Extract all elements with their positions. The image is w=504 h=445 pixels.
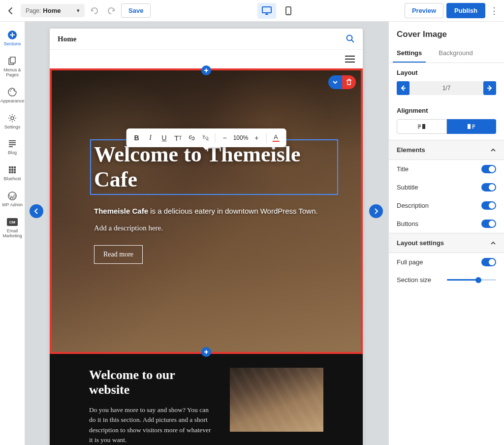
full-page-switch[interactable] (481, 258, 496, 266)
search-icon (346, 34, 355, 43)
chevron-left-icon (34, 208, 39, 214)
add-section-above-button[interactable] (201, 65, 211, 75)
svg-rect-5 (10, 57, 15, 63)
hero-cta-button[interactable]: Read more (94, 245, 143, 264)
section-size-slider[interactable] (447, 279, 496, 281)
alignment-label: Alignment (397, 107, 496, 114)
welcome-section[interactable]: Welcome to our website Do you have more … (50, 354, 363, 445)
font-size-value: 100% (232, 134, 250, 141)
trash-icon (346, 79, 352, 86)
full-page-label: Full page (397, 258, 423, 266)
welcome-image[interactable] (230, 368, 323, 432)
desktop-view-button[interactable] (257, 3, 276, 19)
site-search-button[interactable] (346, 34, 355, 43)
panel-tabs: Settings Background (389, 45, 504, 63)
link-icon (188, 134, 196, 142)
svg-point-2 (288, 13, 289, 14)
link-button[interactable] (186, 131, 198, 144)
welcome-text: Welcome to our website Do you have more … (89, 368, 215, 445)
underline-button[interactable]: U (158, 131, 171, 144)
section-nav-next[interactable] (369, 204, 383, 218)
site-preview-frame: Home (50, 29, 363, 445)
sidebar-item-bluehost[interactable]: Bluehost (0, 160, 25, 187)
font-increase-button[interactable]: + (250, 131, 263, 144)
top-toolbar: Page: Home ▾ Save Preview Publish ⋮ (0, 0, 504, 22)
unlink-icon (202, 134, 210, 142)
canvas: Home (25, 22, 388, 445)
toggle-buttons-switch[interactable] (481, 220, 496, 228)
sidebar-item-appearance[interactable]: Appearance (0, 83, 25, 109)
sidebar-item-wp-admin[interactable]: WP Admin (0, 187, 25, 213)
toggle-description-switch[interactable] (481, 201, 496, 210)
hero-title: Welcome to Themeisle Cafe (94, 142, 334, 192)
sidebar-item-settings[interactable]: Settings (0, 109, 25, 135)
text-case-button[interactable]: TT (172, 131, 185, 144)
left-sidebar: Sections Menus & Pages Appearance Settin… (0, 22, 25, 445)
section-expand-button[interactable] (328, 75, 342, 89)
elements-header[interactable]: Elements (389, 140, 504, 160)
tab-settings[interactable]: Settings (393, 45, 426, 63)
preview-button[interactable]: Preview (405, 3, 443, 18)
add-section-below-button[interactable] (201, 347, 211, 357)
mobile-view-button[interactable] (279, 3, 298, 19)
align-right-content-left[interactable] (397, 119, 447, 134)
blog-icon (7, 138, 18, 149)
full-page-row: Full page (389, 253, 504, 271)
section-delete-button[interactable] (342, 75, 356, 89)
sidebar-item-sections[interactable]: Sections (0, 26, 25, 52)
sidebar-item-email-marketing[interactable]: CM Email Marketing (0, 213, 25, 244)
page-selector-prefix: Page: (26, 7, 41, 14)
toggle-title-label: Title (397, 165, 409, 173)
svg-rect-12 (14, 166, 16, 168)
toggle-buttons-label: Buttons (397, 220, 418, 227)
page-selector[interactable]: Page: Home ▾ (21, 4, 85, 17)
svg-rect-17 (11, 171, 13, 173)
chevron-up-icon (490, 240, 496, 246)
toggle-title-switch[interactable] (481, 165, 496, 173)
hero-subtitle[interactable]: Themeisle Cafe is a delicious eatery in … (94, 206, 318, 217)
layout-settings-header[interactable]: Layout settings (389, 233, 504, 253)
arrow-left-icon (400, 85, 406, 91)
italic-button[interactable]: I (144, 131, 157, 144)
cover-image-section[interactable]: B I U TT − 100% + A (50, 68, 363, 354)
save-button[interactable]: Save (121, 3, 151, 18)
toggle-title-row: Title (389, 160, 504, 178)
svg-point-7 (11, 89, 12, 90)
redo-button[interactable] (104, 4, 118, 18)
hero-description[interactable]: Add a description here. (94, 224, 318, 232)
alignment-buttons (397, 119, 496, 134)
hero-title-editable[interactable]: Welcome to Themeisle Cafe (90, 139, 338, 195)
undo-button[interactable] (88, 4, 101, 18)
bold-button[interactable]: B (130, 131, 143, 144)
layout-counter: 1/7 (410, 81, 483, 95)
layout-prev-button[interactable] (397, 81, 410, 95)
toggle-subtitle-row: Subtitle (389, 178, 504, 196)
svg-rect-16 (9, 171, 11, 173)
right-panel: Cover Image Settings Background Layout 1… (388, 22, 504, 445)
toggle-subtitle-switch[interactable] (481, 183, 496, 191)
section-nav-prev[interactable] (30, 204, 43, 218)
svg-point-9 (11, 117, 14, 120)
font-decrease-button[interactable]: − (219, 131, 231, 144)
publish-button[interactable]: Publish (446, 3, 485, 18)
toggle-buttons-row: Buttons (389, 215, 504, 233)
align-left-content-right[interactable] (447, 119, 497, 134)
text-color-button[interactable]: A (269, 131, 282, 144)
tab-background[interactable]: Background (435, 45, 476, 63)
back-button[interactable] (4, 4, 18, 18)
layout-next-button[interactable] (483, 81, 496, 95)
svg-rect-13 (9, 169, 11, 171)
unlink-button[interactable] (199, 131, 212, 144)
sidebar-item-blog[interactable]: Blog (0, 134, 25, 160)
svg-rect-10 (9, 166, 11, 168)
gear-icon (7, 113, 18, 124)
slider-thumb[interactable] (475, 277, 481, 283)
toggle-description-row: Description (389, 196, 504, 215)
hero-subtitle-rest: is a delicious eatery in downtown WordPr… (148, 207, 318, 215)
svg-rect-0 (262, 7, 271, 13)
palette-icon (7, 87, 18, 97)
sidebar-item-menus-pages[interactable]: Menus & Pages (0, 52, 25, 83)
plus-icon (204, 350, 209, 354)
menu-button[interactable] (345, 56, 355, 63)
more-menu-button[interactable]: ⋮ (488, 3, 500, 19)
